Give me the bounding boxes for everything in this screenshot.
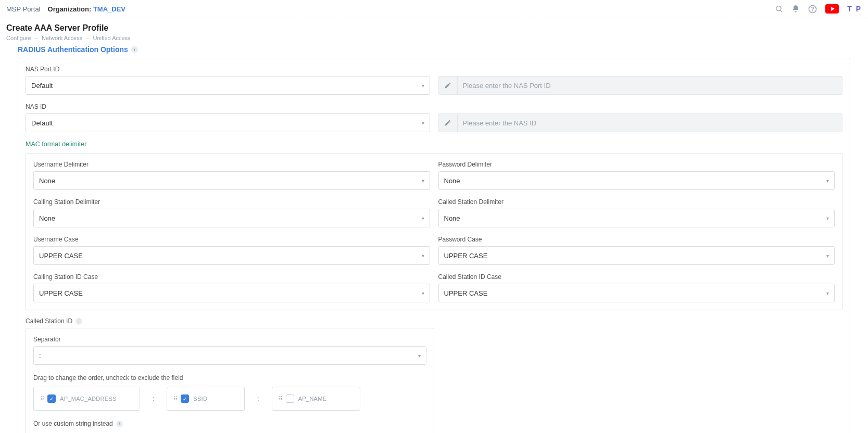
called-station-label-row: Called Station ID i — [26, 317, 434, 325]
called-case-select[interactable]: UPPER CASE ▾ — [438, 284, 835, 302]
chevron-down-icon: ▾ — [826, 290, 829, 296]
chevron-down-icon: ▾ — [826, 215, 829, 221]
nas-id-label: NAS ID — [26, 103, 430, 110]
row-case-2: Calling Station ID Case UPPER CASE ▾ Cal… — [33, 273, 835, 302]
nas-port-label: NAS Port ID — [26, 66, 430, 73]
drag-separator: : — [153, 395, 154, 402]
called-station-panel: Separator : ▾ Drag to change the order, … — [26, 328, 434, 433]
separator-label: Separator — [33, 336, 426, 343]
page-header: Create AAA Server Profile Configure – Ne… — [0, 18, 868, 45]
nas-id-value: Default — [31, 119, 53, 127]
col-nas-port-input — [438, 76, 843, 95]
pencil-icon[interactable] — [439, 114, 458, 132]
password-delim-value: None — [444, 177, 460, 185]
drag-card-ap-name[interactable]: ⠿ AP_NAME — [272, 387, 360, 411]
row-delimiter-2: Calling Station Delimiter None ▾ Called … — [33, 198, 835, 227]
nas-port-input[interactable] — [458, 78, 842, 94]
nas-port-select[interactable]: Default ▾ — [26, 76, 430, 95]
ci-called-delim: Called Station Delimiter None ▾ — [438, 198, 835, 227]
drag-card-ap-mac[interactable]: ⠿ ✓ AP_MAC_ADDRESS — [33, 387, 140, 411]
col-nas-id-input — [438, 113, 843, 132]
username-case-select[interactable]: UPPER CASE ▾ — [33, 246, 430, 265]
crumb-unified-access[interactable]: Unified Access — [93, 35, 130, 41]
checkbox-ssid[interactable]: ✓ — [181, 394, 189, 403]
drag-row: ⠿ ✓ AP_MAC_ADDRESS : ⠿ ✓ SSID : ⠿ AP_NA — [33, 387, 426, 411]
called-case-value: UPPER CASE — [444, 289, 488, 297]
youtube-icon[interactable] — [825, 4, 839, 14]
chevron-down-icon: ▾ — [422, 215, 424, 221]
help-icon[interactable] — [808, 5, 817, 14]
drag-label-ap-name: AP_NAME — [298, 396, 327, 402]
username-delim-label: Username Delimiter — [33, 161, 430, 168]
mac-format-subheading: MAC format delimiter — [26, 141, 842, 148]
calling-delim-value: None — [39, 214, 55, 222]
password-case-value: UPPER CASE — [444, 252, 488, 260]
crumb-sep: – — [86, 35, 89, 41]
password-delim-select[interactable]: None ▾ — [438, 171, 835, 190]
checkbox-ap-mac[interactable]: ✓ — [47, 394, 56, 403]
separator-select[interactable]: : ▾ — [33, 346, 426, 365]
info-icon[interactable]: i — [131, 46, 138, 53]
bell-icon[interactable] — [791, 5, 800, 13]
ci-calling-case: Calling Station ID Case UPPER CASE ▾ — [33, 273, 430, 302]
svg-point-0 — [776, 6, 781, 11]
chevron-down-icon: ▾ — [422, 178, 424, 184]
drag-card-ssid[interactable]: ⠿ ✓ SSID — [167, 387, 245, 411]
calling-delim-select[interactable]: None ▾ — [33, 209, 430, 227]
custom-label: Or use custom string instead — [33, 420, 113, 427]
nas-id-input-wrap — [438, 113, 843, 132]
row-delimiter-1: Username Delimiter None ▾ Password Delim… — [33, 161, 835, 190]
crumb-configure[interactable]: Configure — [6, 35, 31, 41]
nas-id-select[interactable]: Default ▾ — [26, 113, 430, 132]
section-title: RADIUS Authentication Options i — [18, 45, 850, 54]
section-title-text: RADIUS Authentication Options — [18, 45, 128, 54]
col-nas-port-select: NAS Port ID Default ▾ — [26, 66, 430, 95]
topbar-right: T P — [775, 4, 862, 14]
checkbox-ap-name[interactable] — [286, 394, 294, 403]
grip-icon[interactable]: ⠿ — [279, 396, 282, 402]
info-icon[interactable]: i — [76, 318, 82, 325]
topbar-left: MSP Portal Organization: TMA_DEV — [6, 5, 125, 13]
svg-point-3 — [812, 10, 813, 11]
calling-case-value: UPPER CASE — [39, 289, 83, 297]
topbar: MSP Portal Organization: TMA_DEV T P — [0, 0, 868, 18]
drag-label-ssid: SSID — [193, 396, 207, 402]
search-icon[interactable] — [775, 5, 783, 13]
row-nas-id: NAS ID Default ▾ — [26, 103, 842, 132]
drag-label-ap-mac: AP_MAC_ADDRESS — [60, 396, 117, 402]
chevron-down-icon: ▾ — [826, 253, 829, 259]
ci-called-case: Called Station ID Case UPPER CASE ▾ — [438, 273, 835, 302]
chevron-down-icon: ▾ — [422, 120, 424, 126]
crumb-network-access[interactable]: Network Access — [42, 35, 82, 41]
password-case-select[interactable]: UPPER CASE ▾ — [438, 246, 835, 265]
password-delim-label: Password Delimiter — [438, 161, 835, 168]
calling-case-label: Calling Station ID Case — [33, 273, 430, 281]
nas-id-input[interactable] — [458, 115, 842, 131]
page-title: Create AAA Server Profile — [6, 23, 862, 33]
calling-case-select[interactable]: UPPER CASE ▾ — [33, 284, 430, 302]
ci-password-case: Password Case UPPER CASE ▾ — [438, 236, 835, 265]
breadcrumb: Configure – Network Access – Unified Acc… — [6, 35, 862, 41]
crumb-sep: – — [35, 35, 38, 41]
ci-calling-delim: Calling Station Delimiter None ▾ — [33, 198, 430, 227]
msp-portal-label[interactable]: MSP Portal — [6, 5, 41, 13]
grip-icon[interactable]: ⠿ — [40, 396, 43, 402]
org-value[interactable]: TMA_DEV — [93, 5, 125, 13]
grip-icon[interactable]: ⠿ — [173, 396, 177, 402]
org-info: Organization: TMA_DEV — [48, 5, 126, 13]
info-icon[interactable]: i — [116, 421, 123, 427]
username-delim-value: None — [39, 177, 55, 185]
ci-username-case: Username Case UPPER CASE ▾ — [33, 236, 430, 265]
called-case-label: Called Station ID Case — [438, 273, 835, 281]
nas-port-input-wrap — [438, 76, 843, 95]
pencil-icon[interactable] — [439, 77, 458, 94]
called-delim-select[interactable]: None ▾ — [438, 209, 835, 227]
calling-delim-label: Calling Station Delimiter — [33, 198, 430, 206]
username-delim-select[interactable]: None ▾ — [33, 171, 430, 190]
separator-value: : — [39, 352, 41, 360]
called-station-section: Called Station ID i Separator : ▾ Drag t… — [26, 317, 434, 433]
avatar[interactable]: T P — [847, 5, 862, 13]
row-case-1: Username Case UPPER CASE ▾ Password Case… — [33, 236, 835, 265]
chevron-down-icon: ▾ — [422, 83, 424, 88]
mac-format-panel: Username Delimiter None ▾ Password Delim… — [26, 153, 842, 310]
